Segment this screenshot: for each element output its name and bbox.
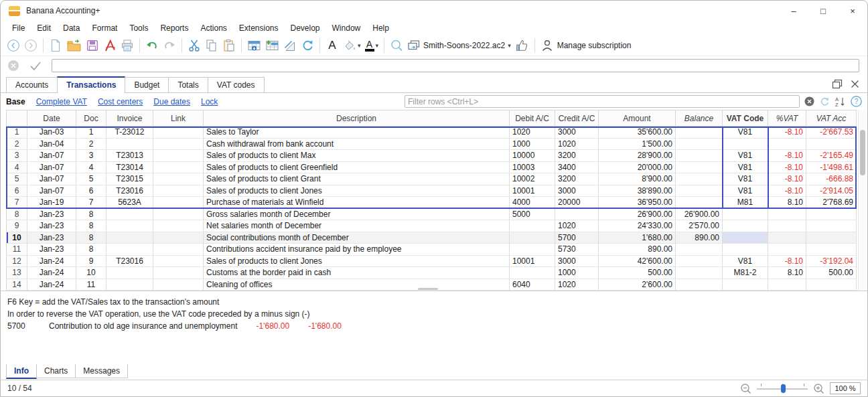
cell-vat_acc[interactable]: -2'667.53 (806, 127, 857, 139)
menu-item-tools[interactable]: Tools (123, 22, 154, 34)
cell-pvat[interactable] (768, 232, 806, 244)
cell-balance[interactable] (676, 256, 723, 268)
tab-vat-codes[interactable]: VAT codes (208, 77, 265, 92)
cell-date[interactable]: Jan-23 (27, 220, 76, 232)
cell-amount[interactable]: 26'900.00 (599, 209, 676, 221)
cell-balance[interactable] (676, 139, 723, 151)
row-number-cell[interactable]: 7 (6, 197, 27, 209)
cell-credit[interactable] (555, 209, 599, 221)
cell-vat_code[interactable] (723, 279, 768, 291)
menu-item-edit[interactable]: Edit (31, 22, 57, 34)
cell-doc[interactable]: 1 (76, 127, 106, 139)
cell-vat_code[interactable] (723, 139, 768, 151)
cell-balance[interactable] (676, 150, 723, 162)
cell-description[interactable]: Social contributions month of December (204, 232, 510, 244)
cell-vat_acc[interactable]: 500.00 (806, 267, 857, 279)
column-header-invoice[interactable]: Invoice (106, 110, 153, 126)
cell-date[interactable]: Jan-03 (27, 127, 76, 139)
cell-debit[interactable]: 10001 (510, 185, 555, 197)
cell-invoice[interactable] (106, 267, 153, 279)
cell-vat_acc[interactable] (806, 220, 857, 232)
cell-pvat[interactable]: -8.10 (768, 162, 806, 174)
tab-totals[interactable]: Totals (168, 77, 208, 92)
cell-balance[interactable]: 890.00 (676, 232, 723, 244)
cell-amount[interactable]: 500.00 (599, 267, 676, 279)
column-header-date[interactable]: Date (27, 110, 76, 126)
cell-amount[interactable]: 8'900.00 (599, 173, 676, 185)
column-header-link[interactable]: Link (153, 110, 204, 126)
cell-debit[interactable]: 10003 (510, 162, 555, 174)
cell-pvat[interactable] (768, 279, 806, 291)
column-header-amount[interactable]: Amount (599, 110, 676, 126)
cell-description[interactable]: Sales of products to client Jones (204, 185, 510, 197)
menu-item-actions[interactable]: Actions (194, 22, 232, 34)
cell-credit[interactable]: 20000 (555, 197, 599, 209)
cell-pvat[interactable] (768, 220, 806, 232)
cell-vat_acc[interactable]: 2'768.69 (806, 197, 857, 209)
column-header-credit[interactable]: Credit A/C (555, 110, 599, 126)
column-header-balance[interactable]: Balance (676, 110, 723, 126)
cell-vat_acc[interactable]: -666.88 (806, 173, 857, 185)
cell-vat_code[interactable] (723, 220, 768, 232)
cell-link[interactable] (153, 256, 204, 268)
cell-vat_code[interactable]: V81 (723, 162, 768, 174)
cell-debit[interactable] (510, 267, 555, 279)
view-base[interactable]: Base (6, 97, 25, 106)
row-number-cell[interactable]: 9 (6, 220, 27, 232)
view-due-dates[interactable]: Due dates (153, 97, 190, 106)
cell-credit[interactable]: 3200 (555, 173, 599, 185)
cell-date[interactable]: Jan-24 (27, 267, 76, 279)
cell-vat_code[interactable]: M81-2 (723, 267, 768, 279)
cell-invoice[interactable] (106, 244, 153, 256)
cell-link[interactable] (153, 127, 204, 139)
cell-link[interactable] (153, 232, 204, 244)
menu-item-develop[interactable]: Develop (285, 22, 326, 34)
cell-invoice[interactable] (106, 209, 153, 221)
cell-pvat[interactable]: -8.10 (768, 256, 806, 268)
cell-balance[interactable] (676, 173, 723, 185)
close-button[interactable]: × (838, 1, 867, 21)
cell-amount[interactable]: 20'000.00 (599, 162, 676, 174)
column-header-doc[interactable]: Doc (76, 110, 106, 126)
cell-description[interactable]: Gross salaries month of December (204, 209, 510, 221)
clear-filter-icon[interactable] (804, 96, 814, 106)
cell-balance[interactable]: 26'900.00 (676, 209, 723, 221)
cell-pvat[interactable]: -8.10 (768, 127, 806, 139)
recalculate-button[interactable] (299, 37, 316, 54)
menu-item-data[interactable]: Data (57, 22, 86, 34)
cell-invoice[interactable]: 5623A (106, 197, 153, 209)
cell-date[interactable]: Jan-04 (27, 139, 76, 151)
back-button[interactable] (5, 37, 22, 54)
cell-vat_acc[interactable] (806, 244, 857, 256)
cell-doc[interactable]: 8 (76, 209, 106, 221)
cell-doc[interactable]: 9 (76, 256, 106, 268)
tab-transactions[interactable]: Transactions (57, 76, 125, 93)
row-number-cell[interactable]: 2 (6, 139, 27, 151)
refresh-filter-icon[interactable] (819, 96, 830, 107)
cell-vat_code[interactable]: V81 (723, 185, 768, 197)
cell-amount[interactable]: 1'500.00 (599, 139, 676, 151)
cut-button[interactable] (186, 37, 203, 54)
cell-vat_code[interactable] (723, 232, 768, 244)
cell-credit[interactable]: 3000 (555, 127, 599, 139)
cell-date[interactable]: Jan-07 (27, 150, 76, 162)
cell-debit[interactable]: 10002 (510, 173, 555, 185)
row-number-cell[interactable]: 14 (6, 279, 27, 291)
cell-invoice[interactable]: T-23012 (106, 127, 153, 139)
insert-rows-button[interactable] (245, 37, 263, 54)
cell-amount[interactable]: 2'600.00 (599, 279, 676, 291)
cell-vat_acc[interactable] (806, 232, 857, 244)
tab-budget[interactable]: Budget (125, 77, 169, 92)
cell-invoice[interactable]: T23016 (106, 185, 153, 197)
cell-vat_acc[interactable]: -2'165.49 (806, 150, 857, 162)
cell-date[interactable]: Jan-23 (27, 232, 76, 244)
cell-link[interactable] (153, 267, 204, 279)
cell-doc[interactable]: 3 (76, 150, 106, 162)
cell-doc[interactable]: 6 (76, 185, 106, 197)
cell-description[interactable]: Contributions accident insurance paid by… (204, 244, 510, 256)
tab-accounts[interactable]: Accounts (6, 77, 58, 92)
cell-amount[interactable]: 36'950.00 (599, 197, 676, 209)
column-header-vat_acc[interactable]: VAT Acc (806, 110, 857, 126)
cell-vat_acc[interactable] (806, 279, 857, 291)
row-number-cell[interactable]: 8 (6, 209, 27, 221)
